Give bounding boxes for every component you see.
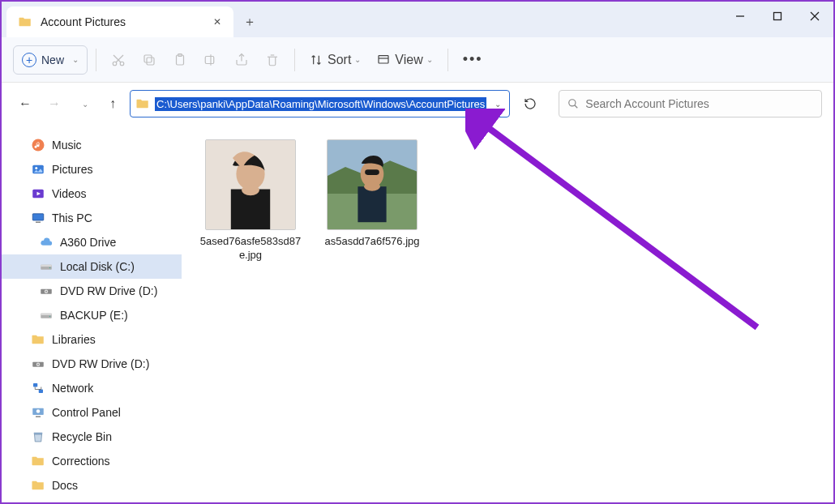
titlebar: Account Pictures ✕ ＋ xyxy=(2,2,833,37)
sort-label: Sort xyxy=(328,53,351,67)
new-label: New xyxy=(41,53,64,66)
folder-icon xyxy=(31,478,45,493)
sidebar-item-label: Music xyxy=(52,139,82,152)
svg-rect-1 xyxy=(774,13,781,20)
sidebar-item-libraries[interactable]: Libraries xyxy=(2,327,182,352)
svg-rect-43 xyxy=(34,433,43,434)
svg-rect-51 xyxy=(365,169,379,175)
sidebar-item-label: BACKUP (E:) xyxy=(60,309,128,322)
sidebar-item-dvd-rw-drive-d-[interactable]: DVD RW Drive (D:) xyxy=(2,279,182,303)
svg-point-47 xyxy=(242,185,259,195)
sidebar-item-docs[interactable]: Docs xyxy=(2,473,182,498)
share-button xyxy=(228,45,255,75)
sort-icon xyxy=(310,53,323,66)
svg-rect-52 xyxy=(358,186,386,222)
sidebar-item-music[interactable]: Music xyxy=(2,133,182,157)
address-path[interactable]: C:\Users\panki\AppData\Roaming\Microsoft… xyxy=(155,97,486,111)
file-name: as5asdd7a6f576.jpg xyxy=(324,235,419,249)
back-button[interactable]: ← xyxy=(13,90,37,117)
sidebar-item-label: Pictures xyxy=(52,163,93,176)
close-tab-button[interactable]: ✕ xyxy=(209,14,225,30)
svg-rect-33 xyxy=(41,314,52,315)
svg-point-37 xyxy=(37,364,39,365)
minimize-button[interactable] xyxy=(722,2,759,31)
network-icon xyxy=(31,381,45,395)
sidebar-item-pictures[interactable]: Pictures xyxy=(2,157,182,182)
sidebar-item-a360-drive[interactable]: A360 Drive xyxy=(2,230,182,254)
close-window-button[interactable] xyxy=(796,2,833,31)
file-item[interactable]: 5ased76asfe583sd87e.jpg xyxy=(198,139,303,263)
address-history-button[interactable]: ⌄ xyxy=(491,100,504,109)
sidebar-item-local-disk-c-[interactable]: Local Disk (C:) xyxy=(2,254,182,279)
sidebar-item-label: Network xyxy=(52,382,93,395)
sidebar-item-corrections[interactable]: Corrections xyxy=(2,449,182,473)
content-pane[interactable]: 5ased76asfe583sd87e.jpgas5asdd7a6f576.jp… xyxy=(182,125,833,502)
sidebar-item-label: Local Disk (C:) xyxy=(60,260,135,273)
file-thumbnail xyxy=(205,139,296,230)
recent-locations-button[interactable]: ⌄ xyxy=(71,90,96,117)
sidebar-item-label: A360 Drive xyxy=(60,236,116,249)
forward-button: → xyxy=(42,90,66,117)
search-input[interactable] xyxy=(585,97,813,110)
sidebar-item-label: Videos xyxy=(52,187,87,200)
dvd-icon xyxy=(31,357,45,371)
svg-rect-15 xyxy=(379,55,388,62)
svg-point-42 xyxy=(36,409,41,413)
recycle-icon xyxy=(31,429,45,444)
refresh-button[interactable] xyxy=(518,92,542,116)
svg-point-53 xyxy=(364,182,380,191)
window-tab[interactable]: Account Pictures ✕ xyxy=(6,6,233,37)
svg-point-28 xyxy=(49,267,51,269)
svg-rect-12 xyxy=(205,56,214,63)
sidebar-item-label: Corrections xyxy=(52,455,110,468)
rename-button xyxy=(197,45,225,75)
body: MusicPicturesVideosThis PCA360 DriveLoca… xyxy=(2,125,833,502)
up-button[interactable]: ↑ xyxy=(101,90,125,117)
more-icon: ••• xyxy=(463,51,483,68)
pictures-icon xyxy=(31,162,45,177)
disk-icon xyxy=(39,259,54,274)
sidebar-item-label: Libraries xyxy=(52,333,96,346)
sort-button[interactable]: Sort ⌄ xyxy=(303,45,367,75)
search-box[interactable] xyxy=(559,90,822,117)
sidebar-item-recycle-bin[interactable]: Recycle Bin xyxy=(2,425,182,449)
dvd-icon xyxy=(39,284,54,298)
svg-rect-23 xyxy=(32,214,44,220)
folder-icon xyxy=(31,454,45,468)
svg-line-18 xyxy=(575,105,578,109)
disk-icon xyxy=(39,308,54,322)
cpanel-icon xyxy=(31,405,45,420)
sidebar-item-backup-e-[interactable]: BACKUP (E:) xyxy=(2,303,182,327)
sidebar-item-label: Recycle Bin xyxy=(52,430,112,443)
chevron-down-icon: ⌄ xyxy=(354,55,361,64)
view-icon xyxy=(377,53,390,66)
view-button[interactable]: View ⌄ xyxy=(370,45,439,75)
file-item[interactable]: as5asdd7a6f576.jpg xyxy=(319,139,425,249)
music-icon xyxy=(31,138,45,152)
sidebar-item-label: This PC xyxy=(52,211,92,224)
new-button[interactable]: + New ⌄ xyxy=(13,45,88,75)
svg-rect-8 xyxy=(147,58,154,65)
delete-button xyxy=(259,45,286,75)
sidebar-item-network[interactable]: Network xyxy=(2,376,182,400)
folder-icon xyxy=(18,15,32,29)
view-label: View xyxy=(395,53,422,67)
annotation-arrow xyxy=(465,109,765,352)
navigation-pane[interactable]: MusicPicturesVideosThis PCA360 DriveLoca… xyxy=(2,125,182,502)
svg-rect-38 xyxy=(33,383,37,387)
more-button[interactable]: ••• xyxy=(456,45,490,75)
copy-button xyxy=(135,45,163,75)
maximize-button[interactable] xyxy=(759,2,796,31)
svg-point-17 xyxy=(569,100,576,106)
sidebar-item-control-panel[interactable]: Control Panel xyxy=(2,400,182,425)
sidebar-item-label: Docs xyxy=(52,479,78,492)
svg-rect-25 xyxy=(36,222,41,224)
window-controls xyxy=(722,2,833,37)
sidebar-item-this-pc[interactable]: This PC xyxy=(2,206,182,230)
search-icon xyxy=(567,98,579,109)
sidebar-item-dvd-rw-drive-d-[interactable]: DVD RW Drive (D:) xyxy=(2,352,182,376)
address-bar[interactable]: C:\Users\panki\AppData\Roaming\Microsoft… xyxy=(130,90,510,117)
sidebar-item-videos[interactable]: Videos xyxy=(2,182,182,206)
file-thumbnail xyxy=(327,139,418,230)
new-tab-button[interactable]: ＋ xyxy=(233,6,266,37)
